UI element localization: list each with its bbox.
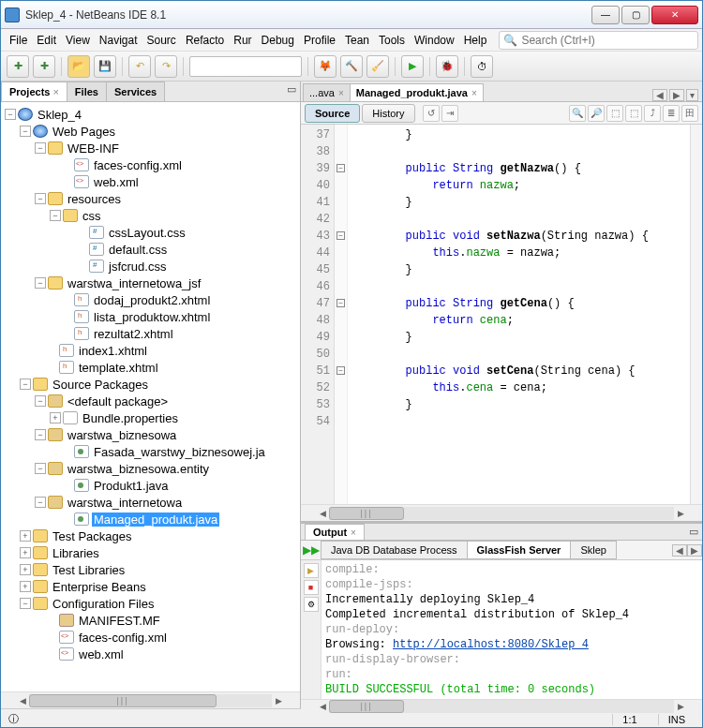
tree-testlibs[interactable]: Test Libraries [51, 563, 127, 577]
menu-tools[interactable]: Tools [374, 32, 410, 49]
output-subtab-jdb[interactable]: Java DB Database Process [321, 541, 468, 559]
redo-button[interactable]: ↷ [155, 55, 177, 78]
search-input[interactable] [521, 34, 694, 47]
tree-index1[interactable]: index1.xhtml [77, 344, 149, 358]
code-area[interactable]: } public String getNazwa() { return nazw… [348, 125, 702, 504]
browser-icon[interactable]: 🦊 [314, 55, 337, 78]
output-btn-settings[interactable]: ⚙ [304, 597, 319, 612]
tree-defpkg[interactable]: <default package> [66, 394, 170, 409]
editor-toolbar-btn[interactable]: 🔍 [569, 105, 586, 122]
view-history-tab[interactable]: History [362, 104, 414, 123]
editor-tab-managed[interactable]: Managed_produkt.java × [350, 83, 484, 101]
output-subtab-sklep[interactable]: Sklep [570, 541, 617, 559]
tree-wij[interactable]: warstwa_internetowa_jsf [66, 276, 202, 290]
fold-gutter[interactable]: − − − − [335, 125, 348, 504]
menu-window[interactable]: Window [410, 32, 459, 49]
tree-jsfcrud[interactable]: jsfcrud.css [107, 260, 168, 274]
tree-facesconfig2[interactable]: faces-config.xml [77, 631, 169, 645]
status-notification-icon[interactable]: ⓘ [8, 712, 19, 726]
tab-scroll-left-button[interactable]: ◀ [652, 89, 667, 101]
editor-toolbar-btn[interactable]: ⬚ [625, 105, 642, 122]
minimize-button[interactable]: — [591, 6, 620, 24]
tab-projects[interactable]: Projects × [1, 82, 67, 101]
close-icon[interactable]: × [338, 88, 344, 98]
output-hscrollbar[interactable]: ◀ ||| ▶ [301, 699, 702, 713]
run-icon[interactable]: ▶▶ [301, 543, 322, 557]
close-button[interactable]: ✕ [651, 6, 698, 24]
tree-wb[interactable]: warstwa_biznesowa [66, 428, 178, 442]
build-button[interactable]: 🔨 [340, 55, 363, 78]
close-icon[interactable]: × [52, 86, 58, 97]
editor-toolbar-btn[interactable]: 田 [681, 105, 698, 122]
tree-webpages[interactable]: Web Pages [51, 125, 117, 139]
menu-profile[interactable]: Profile [299, 32, 340, 49]
menu-debug[interactable]: Debug [257, 32, 299, 49]
tree-css[interactable]: css [81, 209, 103, 223]
menu-view[interactable]: View [61, 32, 95, 49]
maximize-button[interactable]: ▢ [621, 6, 650, 24]
editor-toolbar-btn[interactable]: ↺ [423, 105, 440, 122]
menu-edit[interactable]: Edit [32, 32, 61, 49]
tree-lista[interactable]: lista_produktow.xhtml [92, 310, 212, 324]
tree-resources[interactable]: resources [66, 192, 123, 206]
output-url-link[interactable]: http://localhost:8080/Sklep_4 [393, 638, 589, 651]
tree-facesconfig[interactable]: faces-config.xml [92, 158, 184, 172]
tree-hscrollbar[interactable]: ◀ ||| ▶ [1, 691, 300, 708]
overview-ruler[interactable] [690, 125, 702, 504]
tree-srcpkg[interactable]: Source Packages [51, 378, 150, 392]
config-dropdown[interactable] [189, 56, 302, 77]
panel-minimize-button[interactable]: ▭ [283, 82, 300, 101]
tree-webinf[interactable]: WEB-INF [66, 141, 121, 156]
tree-eb[interactable]: Enterprise Beans [51, 580, 148, 594]
tree-dodaj[interactable]: dodaj_produkt2.xhtml [92, 293, 212, 307]
search-box[interactable]: 🔍 [499, 31, 698, 50]
output-minimize-button[interactable]: ▭ [685, 524, 702, 540]
output-scroll-left[interactable]: ◀ [672, 544, 687, 557]
editor-toolbar-btn[interactable]: ≣ [663, 105, 680, 122]
tree-defaultcss[interactable]: default.css [107, 243, 169, 257]
tree-conf[interactable]: Configuration Files [51, 597, 156, 611]
tree-libs[interactable]: Libraries [51, 546, 101, 560]
tree-managed-selected[interactable]: Managed_produkt.java [92, 513, 219, 527]
menu-refactor[interactable]: Refacto [181, 32, 229, 49]
tab-files[interactable]: Files [67, 82, 107, 101]
editor-toolbar-btn[interactable]: ⇥ [441, 105, 458, 122]
menu-help[interactable]: Help [459, 32, 492, 49]
output-text[interactable]: compile: compile-jsps: Incrementally dep… [322, 560, 702, 699]
tree-template[interactable]: template.xhtml [77, 361, 160, 375]
editor-toolbar-btn[interactable]: ⬚ [606, 105, 623, 122]
close-icon[interactable]: × [471, 88, 477, 98]
tree-project[interactable]: Sklep_4 [36, 108, 83, 122]
new-file-button[interactable]: ✚ [7, 55, 29, 78]
close-icon[interactable]: × [351, 527, 356, 538]
menu-navigate[interactable]: Navigat [95, 32, 142, 49]
save-all-button[interactable]: 💾 [94, 55, 116, 78]
clean-build-button[interactable]: 🧹 [366, 55, 389, 78]
output-tab[interactable]: Output × [305, 524, 365, 540]
tab-list-button[interactable]: ▾ [686, 89, 698, 101]
new-project-button[interactable]: ✚ [33, 55, 55, 78]
profile-button[interactable]: ⏱ [471, 55, 493, 78]
output-subtab-glassfish[interactable]: GlassFish Server [467, 541, 572, 559]
output-scroll-right[interactable]: ▶ [687, 544, 702, 557]
debug-button[interactable]: 🐞 [436, 55, 458, 78]
tab-scroll-right-button[interactable]: ▶ [669, 89, 684, 101]
tree-manifest[interactable]: MANIFEST.MF [77, 614, 162, 628]
menu-run[interactable]: Rur [229, 32, 256, 49]
undo-button[interactable]: ↶ [128, 55, 151, 78]
view-source-tab[interactable]: Source [305, 104, 360, 123]
tree-testpkg[interactable]: Test Packages [51, 529, 134, 543]
menu-file[interactable]: File [5, 32, 32, 49]
editor-tab-collapsed[interactable]: ...ava × [303, 83, 351, 101]
tree-webxml[interactable]: web.xml [92, 175, 141, 189]
tree-wbe[interactable]: warstwa_biznesowa.entity [66, 462, 211, 476]
code-editor[interactable]: 373839404142434445464748495051525354 − −… [301, 125, 702, 504]
menu-team[interactable]: Tean [340, 32, 374, 49]
tree-wi[interactable]: warstwa_internetowa [66, 496, 184, 510]
tree-rezultat[interactable]: rezultat2.xhtml [92, 327, 175, 341]
editor-toolbar-btn[interactable]: 🔎 [588, 105, 605, 122]
editor-toolbar-btn[interactable]: ⤴ [644, 105, 661, 122]
tab-services[interactable]: Services [106, 82, 165, 101]
output-btn-stop[interactable]: ■ [304, 580, 319, 595]
output-btn-rerun[interactable]: ▶ [304, 563, 319, 578]
